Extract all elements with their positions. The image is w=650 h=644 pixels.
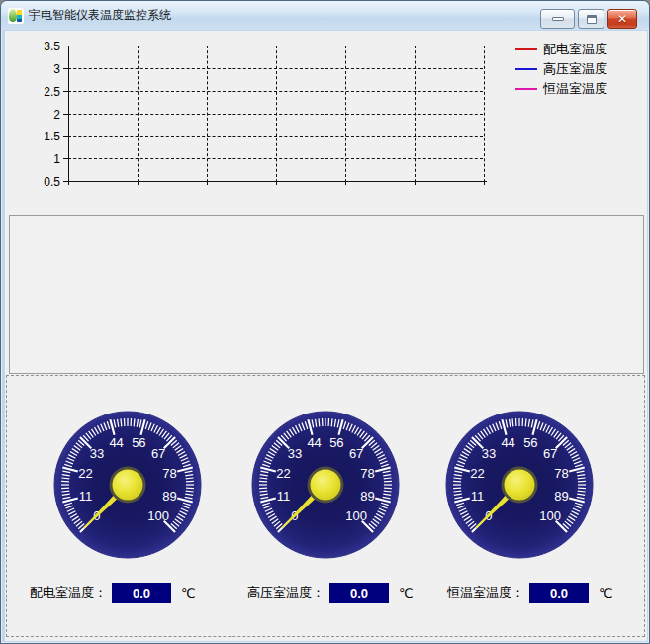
close-icon: ✕ — [617, 13, 627, 25]
legend-item: 恒温室温度 — [515, 79, 607, 99]
svg-text:22: 22 — [276, 466, 290, 481]
window-title: 宇电智能仪表温度监控系统 — [29, 7, 171, 24]
svg-text:67: 67 — [543, 446, 557, 461]
gauge-thermostat-room: 01122334456677889100 — [445, 411, 594, 559]
svg-text:44: 44 — [501, 435, 514, 450]
temperature-value-box: 0.0 — [112, 583, 171, 603]
svg-text:2.5: 2.5 — [44, 85, 60, 99]
svg-text:56: 56 — [523, 435, 537, 450]
svg-text:78: 78 — [554, 466, 568, 481]
svg-text:1: 1 — [53, 152, 60, 166]
svg-text:100: 100 — [147, 508, 169, 523]
legend-line-blue — [515, 68, 537, 70]
app-icon — [8, 8, 24, 24]
svg-text:89: 89 — [162, 489, 176, 504]
legend-item: 配电室温度 — [515, 40, 607, 59]
temperature-trend-chart: 3.532.521.510.5 — [5, 31, 500, 199]
svg-text:56: 56 — [329, 435, 343, 450]
titlebar[interactable]: 宇电智能仪表温度监控系统 ✕ — [1, 1, 649, 30]
temperature-readout: 高压室温度： 0.0 ℃ — [247, 582, 414, 603]
svg-text:78: 78 — [360, 466, 374, 481]
temperature-readout: 配电室温度： 0.0 ℃ — [30, 582, 196, 603]
svg-text:1.5: 1.5 — [44, 130, 60, 143]
svg-text:67: 67 — [151, 446, 165, 461]
temperature-value-box: 0.0 — [329, 583, 389, 603]
minimize-icon — [552, 17, 564, 21]
temperature-value-box: 0.0 — [529, 583, 589, 603]
svg-text:22: 22 — [470, 466, 484, 481]
close-button[interactable]: ✕ — [607, 9, 637, 29]
svg-text:11: 11 — [79, 489, 93, 504]
legend-line-magenta — [515, 88, 537, 90]
middle-panel — [9, 215, 644, 374]
svg-text:89: 89 — [360, 489, 374, 504]
gauge-high-voltage-room: 01122334456677889100 — [251, 411, 400, 559]
svg-text:89: 89 — [554, 489, 568, 504]
svg-text:67: 67 — [349, 446, 363, 461]
svg-text:33: 33 — [288, 446, 302, 461]
legend-item: 高压室温度 — [515, 59, 607, 79]
svg-text:44: 44 — [307, 435, 321, 450]
svg-text:44: 44 — [109, 435, 123, 450]
gauge-panel: 01122334456677889100 0112233445667788910… — [6, 375, 645, 637]
temperature-readout: 恒温室温度： 0.0 ℃ — [447, 582, 613, 603]
svg-text:33: 33 — [482, 446, 496, 461]
svg-text:78: 78 — [162, 466, 176, 481]
window-controls: ✕ — [540, 9, 637, 29]
svg-text:33: 33 — [90, 446, 104, 461]
svg-text:100: 100 — [539, 508, 561, 523]
svg-text:3: 3 — [53, 62, 60, 76]
client-area: 3.532.521.510.5 配电室温度 高压室温度 恒温室温度 011223… — [5, 31, 647, 641]
svg-text:56: 56 — [132, 435, 145, 450]
svg-text:11: 11 — [471, 489, 485, 504]
chart-legend: 配电室温度 高压室温度 恒温室温度 — [515, 40, 607, 99]
app-window: 宇电智能仪表温度监控系统 ✕ 3.532.521.510.5 配电室温度 高压室… — [0, 0, 650, 644]
gauge-distribution-room: 01122334456677889100 — [53, 411, 202, 559]
maximize-button[interactable] — [578, 9, 604, 29]
svg-text:22: 22 — [78, 466, 92, 481]
minimize-button[interactable] — [540, 9, 575, 29]
svg-text:3.5: 3.5 — [44, 40, 60, 53]
svg-text:11: 11 — [277, 489, 291, 504]
svg-text:0.5: 0.5 — [44, 175, 60, 189]
svg-text:2: 2 — [53, 108, 60, 122]
maximize-icon — [587, 15, 597, 24]
svg-text:100: 100 — [345, 508, 367, 523]
legend-line-red — [515, 48, 537, 50]
